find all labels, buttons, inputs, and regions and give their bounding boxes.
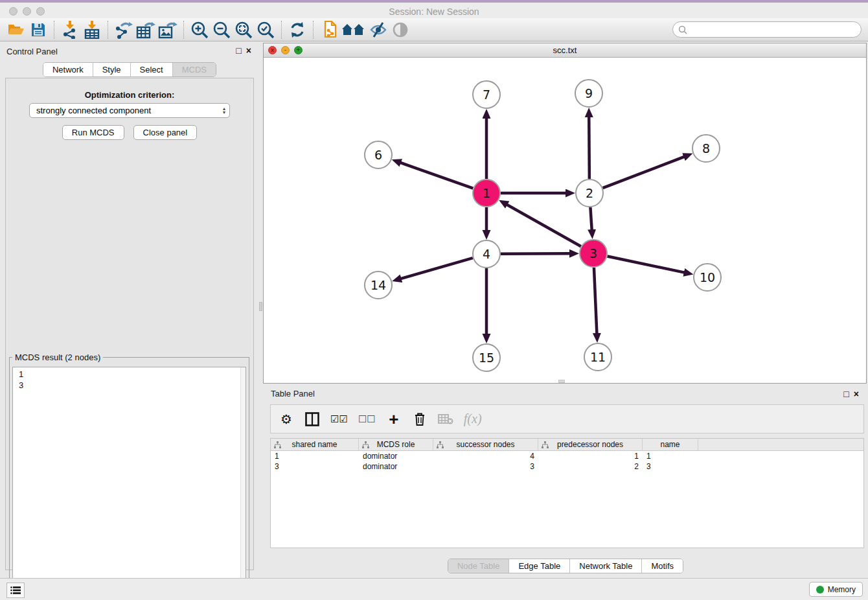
main-toolbar	[0, 18, 868, 41]
export-image-icon[interactable]	[157, 19, 179, 40]
toolbar-separator	[281, 21, 282, 39]
optimization-criterion-label: Optimization criterion:	[6, 90, 253, 100]
import-table-icon[interactable]	[81, 19, 103, 40]
graph-edge-2-9[interactable]	[589, 117, 589, 179]
settings-gear-icon[interactable]: ⚙	[279, 410, 294, 428]
export-network-icon[interactable]	[113, 19, 135, 40]
tab-edge-table[interactable]: Edge Table	[509, 559, 570, 573]
add-column-icon[interactable]: +	[386, 410, 402, 428]
close-panel-icon[interactable]: ×	[246, 45, 251, 56]
cell-predecessor-nodes[interactable]: 2	[538, 461, 643, 472]
zoom-fit-icon[interactable]	[233, 19, 255, 40]
graph-node-label: 8	[702, 141, 710, 156]
cell-predecessor-nodes[interactable]: 1	[538, 451, 643, 461]
result-scrollbar[interactable]	[240, 367, 246, 600]
select-stepper-icon: ▴▾	[223, 107, 227, 115]
cell-shared-name[interactable]: 3	[271, 461, 359, 472]
graph-node-label: 1	[483, 186, 490, 200]
column-header-successor-nodes[interactable]: successor nodes	[433, 439, 538, 450]
zoom-in-icon[interactable]	[188, 19, 211, 40]
memory-button[interactable]: Memory	[809, 582, 863, 597]
float-table-panel-icon[interactable]: □	[843, 389, 849, 399]
apply-layout-icon[interactable]	[286, 19, 308, 40]
graph-edge-3-1[interactable]	[507, 205, 580, 247]
show-column-pane-icon[interactable]	[304, 410, 320, 428]
column-header-shared-name[interactable]: shared name	[271, 439, 359, 450]
titlebar: Session: New Session	[0, 3, 868, 18]
graph-edge-1-6[interactable]	[400, 163, 473, 189]
zoom-out-icon[interactable]	[211, 19, 233, 40]
graph-edge-3-11[interactable]	[594, 268, 597, 334]
graph-node-label: 3	[589, 246, 597, 260]
column-header-mcds-role[interactable]: MCDS role	[359, 439, 433, 450]
criterion-selected-value: strongly connected component	[36, 106, 223, 115]
import-network-icon[interactable]	[59, 19, 81, 40]
mcds-result-textarea[interactable]: 1 3	[12, 367, 246, 600]
toolbar-separator	[54, 21, 54, 39]
node-table: shared name MCDS role successor nodes pr…	[270, 438, 864, 548]
criterion-select[interactable]: strongly connected component ▴▾	[29, 103, 230, 118]
list-icon	[10, 586, 21, 595]
graph-edge-4-3[interactable]	[501, 253, 570, 254]
graph-node-label: 14	[371, 278, 386, 292]
tab-network[interactable]: Network	[43, 63, 93, 76]
hide-eye-icon[interactable]	[367, 19, 389, 40]
open-session-icon[interactable]	[5, 19, 27, 40]
cell-name[interactable]: 3	[643, 461, 698, 472]
network-zoom-icon[interactable]: +	[294, 46, 303, 54]
splitter-grip-vertical[interactable]	[259, 302, 262, 311]
status-bar: Memory	[0, 578, 868, 600]
zoom-selected-icon[interactable]	[255, 19, 277, 40]
task-history-button[interactable]	[6, 583, 25, 598]
run-mcds-button[interactable]: Run MCDS	[62, 125, 124, 140]
search-box[interactable]	[672, 21, 862, 38]
cell-mcds-role[interactable]: dominator	[359, 461, 433, 472]
float-panel-icon[interactable]: □	[236, 45, 241, 56]
cell-name[interactable]: 1	[643, 451, 698, 461]
cell-mcds-role[interactable]: dominator	[359, 451, 433, 461]
column-header-predecessor-nodes[interactable]: predecessor nodes	[538, 439, 643, 450]
home-icon[interactable]	[340, 19, 367, 40]
graph-edge-2-3[interactable]	[590, 207, 591, 230]
toolbar-separator	[183, 21, 184, 39]
tab-node-table[interactable]: Node Table	[448, 559, 510, 573]
table-panel-title: Table Panel	[271, 389, 315, 398]
cell-successor-nodes[interactable]: 4	[433, 451, 538, 461]
cell-shared-name[interactable]: 1	[271, 451, 359, 461]
tab-network-table[interactable]: Network Table	[570, 559, 642, 573]
eye-disabled-icon[interactable]	[389, 19, 411, 40]
select-all-checkboxes-icon[interactable]: ☑☑	[330, 410, 348, 428]
graph-edge-2-8[interactable]	[603, 157, 685, 188]
graph-edge-4-14[interactable]	[401, 258, 473, 279]
duplicate-network-icon[interactable]	[318, 19, 340, 40]
column-type-icon	[274, 441, 281, 448]
network-window-titlebar[interactable]: scc.txt x - +	[264, 43, 866, 58]
network-close-icon[interactable]: x	[268, 46, 277, 54]
network-minimize-icon[interactable]: -	[281, 46, 290, 54]
graph-edge-3-10[interactable]	[608, 257, 685, 273]
table-tabs: Node Table Edge Table Network Table Moti…	[448, 559, 683, 573]
search-input[interactable]	[687, 23, 861, 36]
graph-node-label: 7	[483, 87, 490, 102]
export-table-icon[interactable]	[135, 19, 157, 40]
column-type-icon	[437, 441, 444, 448]
table-row[interactable]: 1 dominator 4 1 1	[271, 451, 863, 461]
graph-node-label: 11	[590, 350, 606, 364]
table-row[interactable]: 3 dominator 3 2 3	[271, 461, 863, 472]
table-panel: Table Panel □ × ⚙ ☑☑ ☐☐ + f(x) shared na…	[263, 385, 868, 578]
control-panel-tabs: Network Style Select MCDS	[43, 62, 216, 77]
splitter-grip-horizontal[interactable]	[558, 380, 565, 383]
tab-style[interactable]: Style	[93, 63, 131, 76]
close-table-panel-icon[interactable]: ×	[854, 389, 859, 399]
delete-column-icon[interactable]	[412, 410, 428, 428]
save-session-icon[interactable]	[27, 19, 49, 40]
tab-select[interactable]: Select	[131, 63, 173, 76]
tab-mcds[interactable]: MCDS	[173, 63, 216, 76]
column-header-name[interactable]: name	[643, 439, 698, 450]
network-graph[interactable]: 1234678910111415	[264, 58, 866, 383]
unselect-all-checkboxes-icon[interactable]: ☐☐	[358, 410, 376, 428]
cell-successor-nodes[interactable]: 3	[433, 461, 538, 472]
tab-motifs[interactable]: Motifs	[642, 559, 683, 573]
close-panel-button[interactable]: Close panel	[133, 125, 198, 140]
graph-node-label: 9	[585, 86, 593, 100]
